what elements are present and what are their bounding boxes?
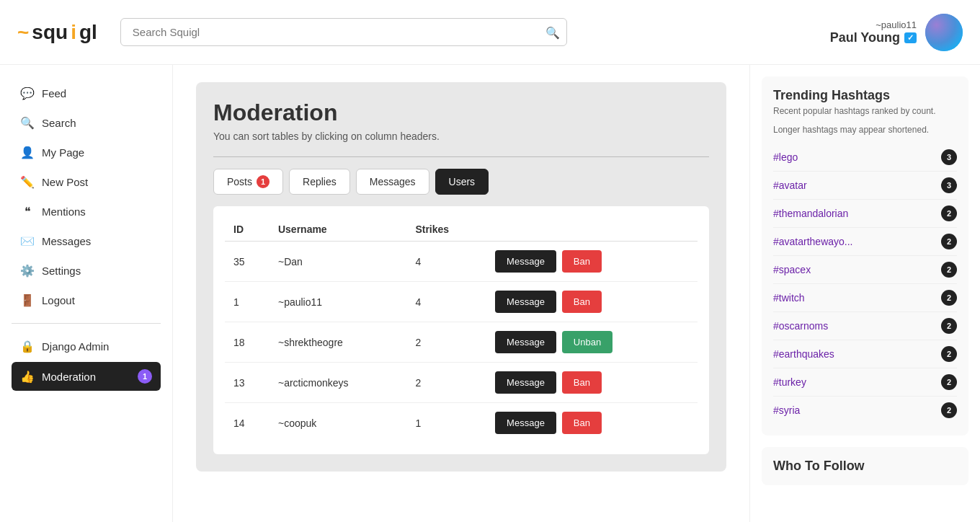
unban-button[interactable]: Unban [562,331,612,353]
cell-actions: Message Unban [486,322,698,363]
tab-posts[interactable]: Posts 1 [213,169,283,195]
sidebar-label-moderation: Moderation [42,371,96,383]
user-display-name: Paul Young [830,30,900,45]
hashtag-row: #twitch 2 [773,284,957,312]
user-profile: ~paulio11 Paul Young ✓ [830,14,963,51]
user-info: ~paulio11 Paul Young ✓ [830,19,917,45]
cell-username: ~shrektheogre [270,322,406,363]
trending-subtitle2: Longer hashtags may appear shortened. [773,125,957,135]
cell-id: 18 [225,322,270,363]
hashtag-count: 3 [941,149,957,165]
new-post-icon: ✏️ [20,175,35,189]
logout-icon: 🚪 [20,293,35,307]
tab-messages-label: Messages [370,176,416,187]
sidebar: 💬 Feed 🔍 Search 👤 My Page ✏️ New Post ❝ … [0,65,173,522]
hashtag-row: #themandalorian 2 [773,200,957,228]
sidebar-label-search: Search [42,117,76,129]
message-button[interactable]: Message [495,291,556,313]
sidebar-label-my-page: My Page [42,146,84,159]
ban-button[interactable]: Ban [562,291,602,313]
django-admin-icon: 🔒 [20,340,35,353]
table-row: 13 ~arcticmonkeys 2 Message Ban [225,363,698,403]
tab-messages[interactable]: Messages [356,169,429,195]
sidebar-item-messages[interactable]: ✉️ Messages [12,227,161,255]
moderation-icon: 👍 [20,370,35,384]
cell-actions: Message Ban [486,403,698,443]
avatar-image [925,14,963,51]
settings-icon: ⚙️ [20,264,35,278]
sidebar-item-logout[interactable]: 🚪 Logout [12,286,161,314]
cell-strikes: 4 [406,282,486,322]
cell-id: 14 [225,403,270,443]
message-button[interactable]: Message [495,412,556,434]
hashtag-row: #spacex 2 [773,256,957,284]
hashtag-link[interactable]: #oscarnoms [773,320,828,332]
search-input[interactable] [120,18,567,46]
hashtag-count: 2 [941,234,957,249]
hashtag-link[interactable]: #syria [773,404,800,416]
users-table: ID Username Strikes 35 ~Dan 4 Message Ba… [225,218,698,443]
sidebar-item-settings[interactable]: ⚙️ Settings [12,257,161,285]
sidebar-label-mentions: Mentions [42,205,86,218]
cell-username: ~arcticmonkeys [270,363,406,403]
hashtag-link[interactable]: #earthquakes [773,348,834,360]
hashtag-link[interactable]: #themandalorian [773,208,848,219]
hashtag-count: 2 [941,290,957,306]
tab-users[interactable]: Users [435,169,489,195]
ban-button[interactable]: Ban [562,412,602,434]
ban-button[interactable]: Ban [562,371,602,394]
hashtag-count: 2 [941,346,957,362]
cell-username: ~coopuk [270,403,406,443]
message-button[interactable]: Message [495,331,556,353]
hashtag-link[interactable]: #twitch [773,292,805,304]
hashtag-link[interactable]: #lego [773,151,798,163]
col-header-id[interactable]: ID [225,218,270,242]
sidebar-item-django-admin[interactable]: 🔒 Django Admin [12,332,161,360]
table-row: 1 ~paulio11 4 Message Ban [225,282,698,322]
hashtag-count: 2 [941,318,957,334]
col-header-strikes[interactable]: Strikes [406,218,486,242]
col-header-username[interactable]: Username [270,218,406,242]
sidebar-item-moderation[interactable]: 👍 Moderation 1 [12,362,161,391]
message-button[interactable]: Message [495,371,556,394]
avatar[interactable] [925,14,963,51]
sidebar-item-my-page[interactable]: 👤 My Page [12,138,161,167]
cell-username: ~Dan [270,242,406,282]
ban-button[interactable]: Ban [562,250,602,273]
table-row: 14 ~coopuk 1 Message Ban [225,403,698,443]
hashtag-link[interactable]: #avatar [773,180,807,191]
sidebar-item-search[interactable]: 🔍 Search [12,109,161,137]
hashtag-row: #oscarnoms 2 [773,312,957,340]
nav-divider [12,323,161,324]
logo[interactable]: ~squigl [17,21,97,44]
who-to-follow-section: Who To Follow [762,447,968,485]
moderation-tabs: Posts 1 Replies Messages Users [213,169,709,195]
sidebar-label-settings: Settings [42,265,81,277]
message-button[interactable]: Message [495,250,556,273]
search-bar: 🔍 [120,18,567,46]
table-row: 35 ~Dan 4 Message Ban [225,242,698,282]
user-handle: ~paulio11 [830,19,917,30]
moderation-badge: 1 [138,369,152,384]
hashtag-row: #syria 2 [773,397,957,424]
hashtag-count: 2 [941,402,957,418]
hashtag-row: #lego 3 [773,143,957,172]
trending-subtitle1: Recent popular hashtags ranked by count. [773,106,957,116]
cell-actions: Message Ban [486,363,698,403]
tab-replies-label: Replies [303,176,337,187]
sidebar-item-mentions[interactable]: ❝ Mentions [12,198,161,226]
moderation-subtitle: You can sort tables by clicking on colum… [213,130,709,142]
hashtag-row: #earthquakes 2 [773,340,957,368]
search-button[interactable]: 🔍 [545,25,560,39]
trending-title: Trending Hashtags [773,88,957,103]
main-content: Moderation You can sort tables by clicki… [173,65,749,522]
sidebar-item-new-post[interactable]: ✏️ New Post [12,168,161,196]
hashtag-link[interactable]: #turkey [773,376,806,388]
hashtag-link[interactable]: #avatarthewayo... [773,236,853,247]
cell-id: 1 [225,282,270,322]
tab-replies[interactable]: Replies [289,169,350,195]
sidebar-label-new-post: New Post [42,176,88,188]
tab-posts-label: Posts [227,176,252,187]
hashtag-link[interactable]: #spacex [773,264,811,275]
sidebar-item-feed[interactable]: 💬 Feed [12,79,161,107]
